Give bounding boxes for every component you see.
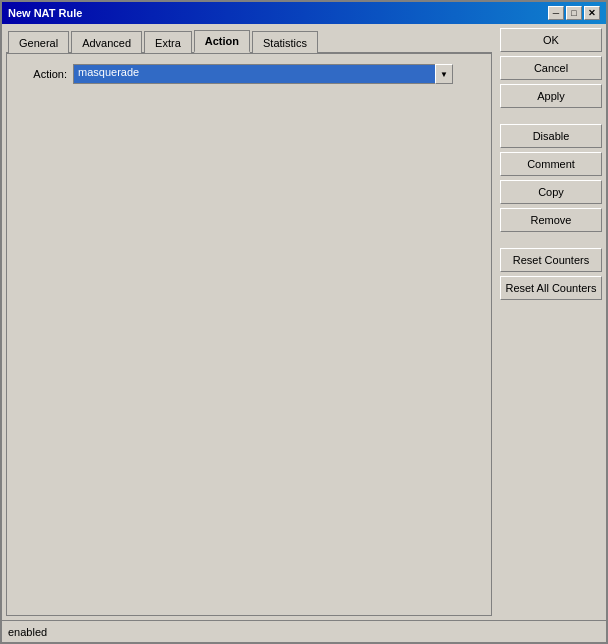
tab-content-action: Action: masquerade ▼	[6, 54, 492, 616]
comment-button[interactable]: Comment	[500, 152, 602, 176]
tab-bar: General Advanced Extra Action Statistics	[6, 28, 492, 54]
tab-action[interactable]: Action	[194, 30, 250, 53]
status-text: enabled	[8, 626, 47, 638]
main-panel: General Advanced Extra Action Statistics…	[2, 24, 496, 620]
tab-advanced[interactable]: Advanced	[71, 31, 142, 53]
minimize-button[interactable]: ─	[548, 6, 564, 20]
action-select-wrapper: masquerade ▼	[73, 64, 453, 84]
title-bar: New NAT Rule ─ □ ✕	[2, 2, 606, 24]
ok-button[interactable]: OK	[500, 28, 602, 52]
tab-statistics[interactable]: Statistics	[252, 31, 318, 53]
content-area: General Advanced Extra Action Statistics…	[2, 24, 606, 620]
disable-button[interactable]: Disable	[500, 124, 602, 148]
action-select-display[interactable]: masquerade	[73, 64, 435, 84]
cancel-button[interactable]: Cancel	[500, 56, 602, 80]
dropdown-arrow-icon: ▼	[440, 70, 448, 79]
remove-button[interactable]: Remove	[500, 208, 602, 232]
action-row: Action: masquerade ▼	[17, 64, 481, 84]
tab-extra[interactable]: Extra	[144, 31, 192, 53]
reset-all-counters-button[interactable]: Reset All Counters	[500, 276, 602, 300]
copy-button[interactable]: Copy	[500, 180, 602, 204]
apply-button[interactable]: Apply	[500, 84, 602, 108]
title-bar-controls: ─ □ ✕	[548, 6, 600, 20]
window-title: New NAT Rule	[8, 7, 82, 19]
maximize-button[interactable]: □	[566, 6, 582, 20]
tab-general[interactable]: General	[8, 31, 69, 53]
window: New NAT Rule ─ □ ✕ General Advanced Extr…	[0, 0, 608, 644]
reset-counters-button[interactable]: Reset Counters	[500, 248, 602, 272]
close-button[interactable]: ✕	[584, 6, 600, 20]
action-label: Action:	[17, 68, 67, 80]
status-bar: enabled	[2, 620, 606, 642]
action-dropdown-button[interactable]: ▼	[435, 64, 453, 84]
right-panel: OK Cancel Apply Disable Comment Copy Rem…	[496, 24, 606, 620]
